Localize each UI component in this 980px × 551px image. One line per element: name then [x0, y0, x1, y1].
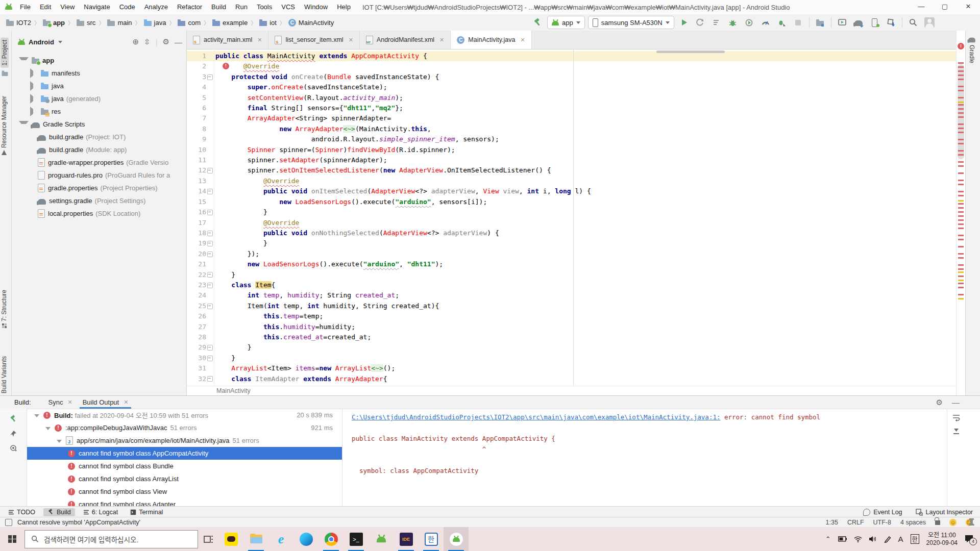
tool-window-switcher-icon[interactable] [5, 519, 12, 526]
event-log-button[interactable]: Event Log [863, 509, 902, 516]
error-mark[interactable] [958, 211, 964, 213]
error-mark[interactable] [958, 116, 964, 118]
device-manager-icon[interactable] [868, 16, 881, 29]
wifi-icon[interactable] [854, 536, 862, 542]
run-button[interactable] [677, 16, 691, 29]
editor-tab[interactable]: list_sensor_item.xml✕ [268, 31, 359, 49]
fold-marker[interactable] [207, 356, 213, 361]
project-tree-item[interactable]: local.properties(SDK Location) [12, 207, 186, 220]
tool-window-button-6-logcat[interactable]: 6: Logcat [79, 508, 122, 516]
error-mark[interactable] [958, 207, 964, 209]
error-mark[interactable] [958, 184, 964, 185]
error-mark[interactable] [958, 287, 964, 288]
tool-window-button-todo[interactable]: TODO [4, 508, 39, 516]
fold-marker[interactable] [207, 283, 213, 288]
close-tab-icon[interactable]: ✕ [257, 37, 262, 43]
tool-window-project[interactable]: 1: Project [1, 38, 9, 77]
build-tree-item[interactable]: !cannot find symbol class AppCompatActiv… [27, 447, 342, 460]
breadcrumb-item[interactable]: iot [259, 19, 277, 27]
gradle-sync-icon[interactable] [852, 16, 865, 29]
breadcrumb-item[interactable]: java [144, 19, 166, 27]
build-tab[interactable]: Build Output✕ [78, 396, 134, 409]
minimize-button[interactable]: — [910, 0, 933, 14]
warning-mark[interactable] [958, 271, 964, 273]
taskbar-app-edge[interactable] [293, 527, 318, 551]
soft-wrap-icon[interactable] [952, 414, 960, 421]
error-mark[interactable] [958, 283, 964, 284]
fold-marker[interactable] [207, 345, 213, 350]
tray-chevron-icon[interactable]: ⌃ [825, 535, 831, 543]
breadcrumb-item[interactable]: example [212, 19, 248, 27]
build-tree-item[interactable]: app/src/main/java/com/example/iot/MainAc… [27, 434, 342, 447]
breadcrumb-item[interactable]: IOT2 [6, 19, 31, 27]
project-tree-item[interactable]: manifests [12, 67, 186, 80]
build-tree-item[interactable]: !Build: failed at 2020-09-04 오전 10:59 wi… [27, 409, 342, 421]
close-button[interactable]: ✕ [957, 0, 980, 14]
error-mark[interactable] [958, 239, 964, 240]
fold-marker[interactable] [207, 231, 213, 236]
fold-marker[interactable] [207, 74, 213, 80]
stop-button[interactable] [792, 16, 805, 29]
error-mark[interactable] [958, 123, 964, 125]
error-mark[interactable] [958, 195, 964, 196]
error-mark[interactable] [958, 97, 964, 98]
error-mark[interactable] [958, 150, 964, 152]
taskbar-app-explorer[interactable] [243, 527, 268, 551]
tool-window-structure[interactable]: 7: Structure [1, 290, 8, 328]
build-console[interactable]: C:\Users\tjdud\AndroidStudioProjects\IOT… [342, 409, 947, 507]
error-mark[interactable] [958, 223, 964, 225]
error-mark[interactable] [958, 74, 964, 76]
taskbar-app-pixel-ide[interactable]: IDE [394, 527, 419, 551]
menu-help[interactable]: Help [332, 0, 355, 14]
avatar[interactable] [923, 16, 936, 29]
collapse-all-icon[interactable]: ⇳ [144, 37, 151, 46]
tool-window-button-build[interactable]: Build [43, 508, 75, 516]
error-mark[interactable] [958, 112, 964, 114]
pen-icon[interactable] [884, 536, 891, 543]
error-mark[interactable] [958, 70, 964, 72]
tool-window-resource-manager[interactable]: Resource Manager [1, 96, 8, 155]
breadcrumb-item[interactable]: CMainActivity [288, 19, 334, 27]
taskbar-app-ie[interactable]: e [268, 527, 293, 551]
build-tab[interactable]: Sync✕ [43, 396, 78, 409]
run-tasks-icon[interactable] [710, 16, 723, 29]
line-separator[interactable]: CRLF [847, 519, 864, 526]
tool-window-build-variants[interactable]: Build Variants [1, 356, 8, 401]
fold-marker[interactable] [207, 376, 213, 382]
error-mark[interactable] [958, 246, 964, 247]
settings-gear-icon[interactable]: ⚙ [163, 37, 169, 46]
menu-refactor[interactable]: Refactor [173, 0, 207, 14]
profile-button[interactable] [743, 16, 756, 29]
project-tree-item[interactable]: java [12, 80, 186, 92]
fold-marker[interactable] [207, 210, 213, 215]
filter-errors-icon[interactable] [10, 444, 17, 452]
code-editor[interactable]: 1 2 3 4 5 6 7 8 9 10 11 12 13 14 15 16 1… [187, 49, 956, 386]
tab-scrollbar-thumb[interactable] [656, 51, 725, 53]
close-tab-icon[interactable]: ✕ [439, 37, 444, 43]
warning-mark[interactable] [958, 102, 964, 103]
error-mark[interactable] [958, 294, 964, 295]
breadcrumb-item[interactable]: main [107, 19, 132, 27]
close-tab-icon[interactable]: ✕ [124, 399, 128, 406]
user-hat-icon[interactable] [968, 518, 975, 525]
editor-tab[interactable]: AndroidManifest.xml✕ [360, 31, 451, 49]
project-tree-item[interactable]: gradle-wrapper.properties(Gradle Versio [12, 156, 186, 169]
fold-marker[interactable] [207, 168, 213, 173]
menu-edit[interactable]: Edit [35, 0, 56, 14]
editor-tab[interactable]: CMainActivity.java✕ [451, 31, 531, 49]
file-link[interactable]: C:\Users\tjdud\AndroidStudioProjects\IOT… [352, 413, 720, 421]
editor-breadcrumb[interactable]: MainActivity [187, 386, 956, 395]
error-mark[interactable] [958, 264, 964, 266]
close-tab-icon[interactable]: ✕ [349, 37, 353, 43]
maximize-button[interactable]: ▢ [933, 0, 957, 14]
menu-code[interactable]: Code [115, 0, 140, 14]
project-tree-item[interactable]: java(generated) [12, 92, 186, 105]
error-mark[interactable] [958, 104, 964, 106]
build-tree-item[interactable]: !:app:compileDebugJavaWithJavac51 errors… [27, 421, 342, 434]
close-tab-icon[interactable]: ✕ [520, 37, 525, 43]
volume-icon[interactable] [869, 536, 877, 542]
breadcrumb-item[interactable]: app [43, 19, 65, 27]
settings-gear-icon[interactable]: ⚙ [936, 398, 943, 407]
menu-view[interactable]: View [56, 0, 79, 14]
menu-file[interactable]: File [15, 0, 35, 14]
